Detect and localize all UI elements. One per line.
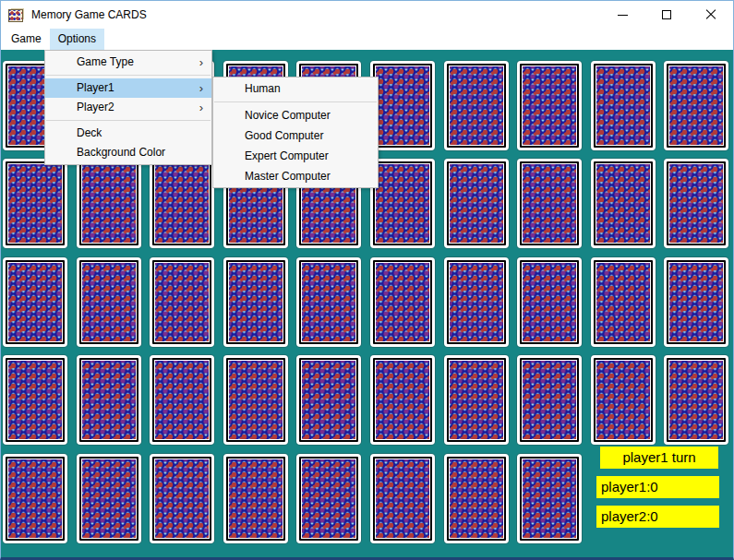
card-back-pattern [669, 164, 723, 243]
card-frame [447, 260, 506, 344]
card-back[interactable] [664, 355, 728, 445]
card-back-pattern [302, 459, 355, 538]
card-back[interactable] [517, 355, 582, 445]
card-back[interactable] [150, 257, 214, 347]
menu-item-novice-computer[interactable]: Novice Computer [213, 105, 378, 125]
card-back[interactable] [370, 159, 435, 248]
minimize-icon [618, 15, 628, 16]
menu-item-label: Game Type [77, 55, 134, 68]
card-back[interactable] [3, 454, 67, 543]
card-frame [520, 457, 579, 541]
card-back[interactable] [296, 257, 361, 347]
card-frame [520, 358, 579, 442]
card-back-pattern [155, 263, 209, 341]
menu-item-game-type[interactable]: Game Type [45, 53, 211, 72]
menu-item-good-computer[interactable]: Good Computer [213, 125, 378, 146]
card-back-pattern [302, 361, 355, 439]
card-frame [520, 64, 579, 148]
card-frame [520, 260, 579, 344]
card-back-pattern [596, 263, 650, 341]
card-back-pattern [376, 361, 429, 439]
card-frame [152, 260, 211, 344]
card-back[interactable] [150, 454, 214, 543]
turn-indicator: player1 turn [600, 447, 718, 469]
card-frame [79, 161, 138, 245]
card-back-pattern [155, 164, 209, 243]
card-back[interactable] [3, 355, 67, 445]
card-back-pattern [8, 263, 62, 341]
card-back-pattern [523, 361, 576, 439]
card-frame [226, 457, 285, 541]
card-back[interactable] [664, 257, 728, 347]
card-back-pattern [155, 459, 209, 538]
card-back[interactable] [370, 61, 435, 150]
menu-separator [46, 120, 211, 121]
card-back[interactable] [77, 355, 141, 445]
card-back-pattern [596, 66, 650, 145]
card-back[interactable] [444, 257, 509, 347]
card-back[interactable] [223, 454, 288, 543]
card-back-pattern [82, 361, 136, 439]
card-back-pattern [523, 164, 576, 243]
card-back-pattern [450, 361, 503, 439]
card-back[interactable] [517, 454, 582, 543]
card-back[interactable] [150, 355, 214, 445]
card-back[interactable] [664, 159, 728, 248]
menu-item-player1[interactable]: Player1 [45, 78, 211, 98]
menu-item-label: Deck [77, 126, 102, 139]
minimize-button[interactable] [600, 1, 644, 29]
card-back[interactable] [591, 159, 656, 248]
card-back[interactable] [223, 257, 288, 347]
card-back-pattern [82, 459, 136, 538]
player1-score: player1:0 [596, 476, 719, 498]
card-back-pattern [376, 459, 429, 538]
card-frame [594, 161, 653, 245]
card-back[interactable] [3, 159, 67, 248]
card-back[interactable] [591, 61, 656, 150]
card-back[interactable] [591, 257, 656, 347]
menu-item-background-color[interactable]: Background Color [45, 143, 211, 162]
card-back[interactable] [517, 257, 582, 347]
card-back[interactable] [296, 454, 361, 543]
card-frame [520, 161, 579, 245]
app-cards-icon [8, 9, 23, 22]
card-back-pattern [82, 263, 136, 341]
card-back[interactable] [223, 355, 288, 445]
close-icon [705, 9, 716, 20]
menu-game[interactable]: Game [3, 29, 50, 50]
card-back[interactable] [444, 159, 509, 248]
card-back-pattern [669, 361, 723, 439]
card-back[interactable] [517, 159, 582, 248]
card-frame [667, 358, 726, 442]
card-frame [6, 457, 65, 541]
card-back[interactable] [77, 159, 141, 248]
menu-item-deck[interactable]: Deck [45, 124, 211, 143]
menu-options[interactable]: Options [50, 29, 104, 50]
card-back[interactable] [296, 355, 361, 445]
card-back[interactable] [150, 159, 214, 248]
menu-item-label: Player1 [77, 81, 114, 94]
card-back[interactable] [77, 454, 141, 543]
maximize-button[interactable] [644, 1, 689, 29]
card-back[interactable] [517, 61, 582, 150]
card-back-pattern [229, 361, 283, 439]
card-back[interactable] [370, 355, 435, 445]
card-back-pattern [8, 459, 62, 538]
card-back[interactable] [370, 454, 435, 543]
close-button[interactable] [689, 1, 733, 29]
card-back[interactable] [444, 454, 509, 543]
card-back[interactable] [370, 257, 435, 347]
card-back[interactable] [664, 61, 728, 150]
card-back[interactable] [444, 61, 509, 150]
card-back[interactable] [3, 257, 67, 347]
menu-item-expert-computer[interactable]: Expert Computer [213, 146, 378, 166]
menu-item-label: Player2 [77, 101, 114, 113]
menu-item-label: Master Computer [245, 170, 331, 183]
card-back[interactable] [444, 355, 509, 445]
card-back[interactable] [77, 257, 141, 347]
menu-item-master-computer[interactable]: Master Computer [213, 166, 378, 186]
card-back[interactable] [591, 355, 656, 445]
card-back-pattern [450, 66, 503, 145]
menu-item-player2[interactable]: Player2 [45, 98, 211, 117]
menu-item-human[interactable]: Human [213, 78, 378, 99]
